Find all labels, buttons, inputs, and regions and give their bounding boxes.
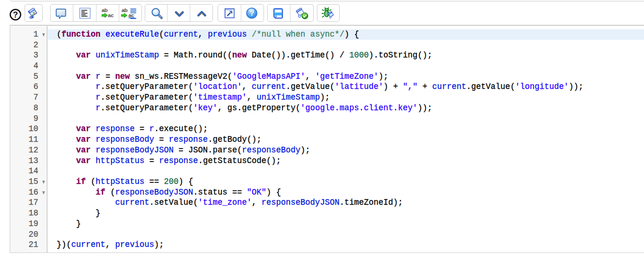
svg-text:ab: ab [122, 7, 128, 13]
svg-text:?: ? [13, 10, 18, 19]
svg-text:ab: ab [102, 7, 108, 13]
svg-text:ac: ac [129, 13, 135, 18]
svg-text:ac: ac [108, 13, 114, 18]
svg-text:?: ? [250, 9, 254, 17]
